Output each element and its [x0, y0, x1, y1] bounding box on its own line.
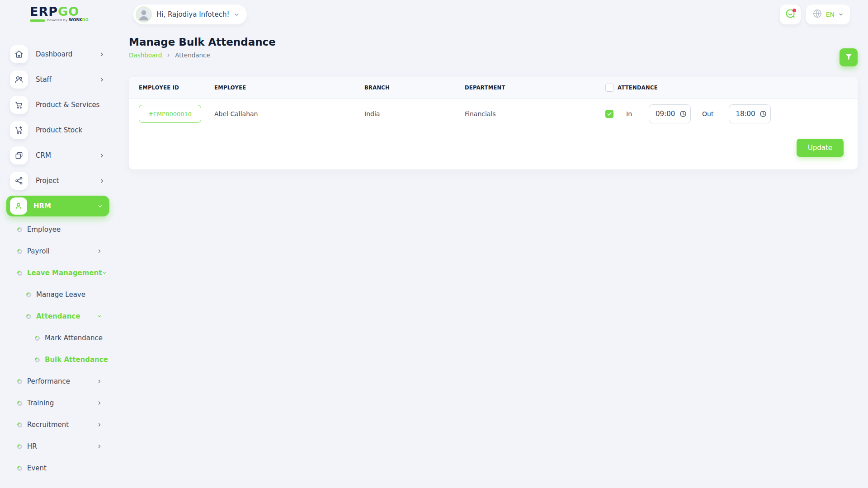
sidebar-item-employee[interactable]: Employee: [0, 219, 111, 240]
top-bar: ERPGO Powered By WORKDO Hi, Rajodiya Inf…: [0, 0, 868, 28]
sidebar-item-label: Recruitment: [27, 421, 83, 429]
time-in-input[interactable]: [649, 104, 691, 123]
language-selector[interactable]: EN: [806, 5, 850, 24]
sidebar-item-event[interactable]: Event: [0, 457, 111, 479]
page-title: Manage Bulk Attendance: [129, 36, 858, 48]
sidebar-item-label: Product Stock: [36, 126, 107, 134]
user-greeting: Hi, Rajodiya Infotech!: [156, 10, 229, 19]
brand-go: GO: [58, 5, 79, 19]
time-out-input[interactable]: [729, 104, 771, 123]
chevron-right-icon: [99, 77, 105, 83]
time-out-wrapper: [729, 104, 771, 123]
chevron-down-icon: [234, 12, 240, 18]
bullet-icon: [25, 291, 33, 298]
sidebar-item-hr[interactable]: HR: [0, 436, 111, 457]
sidebar-item-label: Bulk Attendance: [45, 356, 108, 364]
home-icon: [10, 45, 28, 63]
brand-logo-text: ERPGO: [30, 5, 89, 18]
sidebar-item-label: HRM: [33, 202, 97, 210]
sidebar-item-recruitment[interactable]: Recruitment: [0, 414, 111, 436]
bullet-icon: [16, 465, 24, 472]
sidebar-item-product-stock[interactable]: Product Stock: [0, 117, 111, 143]
logo-underline: [30, 19, 45, 22]
column-header-branch: BRANCH: [364, 84, 465, 91]
sidebar-item-leave-management[interactable]: Leave Management: [0, 262, 111, 284]
sidebar-item-label: Staff: [36, 75, 99, 84]
header-actions: EN: [780, 5, 850, 24]
attendance-checkbox[interactable]: [605, 110, 613, 118]
breadcrumb-separator-icon: [166, 53, 171, 58]
funnel-icon: [845, 53, 853, 62]
sidebar-item-label: Leave Management: [27, 269, 102, 277]
sidebar-item-label: Employee: [27, 225, 82, 234]
bullet-icon: [16, 269, 24, 277]
notification-dot: [793, 9, 796, 12]
bullet-icon: [34, 334, 41, 342]
sidebar-item-manage-leave[interactable]: Manage Leave: [0, 284, 111, 305]
column-header-attendance: ATTENDANCE: [605, 84, 858, 92]
branch-cell: India: [364, 110, 465, 117]
breadcrumb-dashboard-link[interactable]: Dashboard: [129, 52, 162, 59]
chevron-right-icon: [99, 178, 105, 184]
employee-id-cell: #EMP0000010: [139, 105, 214, 123]
chevron-right-icon: [97, 379, 102, 384]
bullet-icon: [25, 313, 33, 320]
bullet-icon: [16, 421, 24, 428]
sidebar-item-label: Product & Services: [36, 101, 107, 109]
column-header-employee-id: EMPLOYEE ID: [139, 84, 214, 91]
update-button[interactable]: Update: [797, 139, 844, 157]
chevron-down-icon: [97, 314, 102, 319]
employee-name-cell: Abel Callahan: [214, 110, 364, 117]
sidebar-item-bulk-attendance[interactable]: Bulk Attendance: [0, 349, 111, 371]
bullet-icon: [16, 399, 24, 407]
breadcrumb: Dashboard Attendance: [129, 52, 858, 59]
powered-by-text: Powered By: [47, 19, 68, 22]
sidebar-item-project[interactable]: Project: [0, 168, 111, 193]
bullet-icon: [16, 443, 24, 450]
sidebar-item-attendance[interactable]: Attendance: [0, 305, 111, 327]
sidebar-item-label: Training: [27, 399, 75, 407]
sidebar-item-label: Mark Attendance: [45, 334, 103, 342]
sidebar-item-label: Manage Leave: [36, 291, 95, 299]
sidebar-item-label: Performance: [27, 377, 84, 385]
workdo-do: DO: [82, 18, 89, 22]
attendance-card: EMPLOYEE ID EMPLOYEE BRANCH DEPARTMENT A…: [129, 77, 858, 169]
chevron-down-icon: [838, 12, 844, 17]
bullet-icon: [16, 226, 24, 233]
crm-icon: [10, 146, 28, 164]
person-icon: [10, 197, 27, 215]
sidebar-item-label: Payroll: [27, 247, 73, 255]
sidebar-item-mark-attendance[interactable]: Mark Attendance: [0, 327, 111, 349]
brand-erp: ERP: [30, 5, 58, 19]
chevron-right-icon: [97, 444, 102, 449]
sidebar-item-label: Dashboard: [36, 50, 99, 58]
brand-logo[interactable]: ERPGO Powered By WORKDO: [30, 5, 89, 22]
language-label: EN: [826, 11, 835, 18]
sidebar-item-hrm[interactable]: HRM: [6, 196, 109, 216]
breadcrumb-current: Attendance: [175, 52, 210, 59]
filter-button[interactable]: [840, 48, 858, 66]
employee-id-badge[interactable]: #EMP0000010: [139, 105, 201, 123]
bullet-icon: [34, 356, 41, 363]
attendance-header-label: ATTENDANCE: [618, 84, 658, 91]
sidebar-item-crm[interactable]: CRM: [0, 143, 111, 168]
sidebar-item-training[interactable]: Training: [0, 392, 111, 414]
globe-icon: [812, 9, 822, 20]
column-header-employee: EMPLOYEE: [214, 84, 364, 91]
select-all-checkbox[interactable]: [605, 84, 613, 92]
sidebar-item-label: HR: [27, 442, 67, 450]
sidebar: Dashboard Staff Product & Services Produ…: [0, 42, 111, 479]
sidebar-item-staff[interactable]: Staff: [0, 67, 111, 92]
sidebar-item-performance[interactable]: Performance: [0, 371, 111, 392]
sidebar-item-product-services[interactable]: Product & Services: [0, 92, 111, 117]
bullet-icon: [16, 248, 24, 255]
chevron-right-icon: [97, 249, 102, 254]
chevron-right-icon: [97, 422, 102, 427]
staff-icon: [10, 70, 28, 89]
cart-plus-icon: [10, 121, 28, 139]
messenger-button[interactable]: [780, 5, 801, 24]
sidebar-item-payroll[interactable]: Payroll: [0, 240, 111, 262]
workdo-work: WORK: [69, 18, 82, 22]
user-menu[interactable]: Hi, Rajodiya Infotech!: [133, 5, 247, 24]
sidebar-item-dashboard[interactable]: Dashboard: [0, 42, 111, 67]
